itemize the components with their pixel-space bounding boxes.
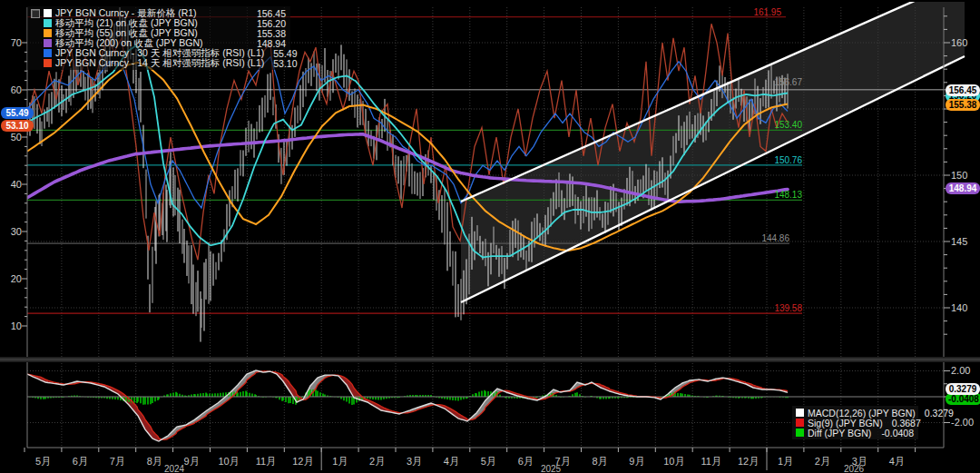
price-level-label: 139.58 <box>774 303 802 313</box>
price-value-badge: 148.94 <box>946 182 980 194</box>
series-swatch <box>44 19 52 27</box>
rsi-axis-tick-label: 40 <box>0 180 22 190</box>
macd-legend: MACD(12,26) (JPY BGN)0.3279Sig(9) (JPY B… <box>792 406 918 439</box>
price-level-label: 156.67 <box>774 77 802 87</box>
series-swatch <box>796 429 804 437</box>
time-axis-month-label: 1月 <box>332 455 348 468</box>
time-axis-month-label: 10月 <box>218 455 239 468</box>
time-axis-month-label: 12月 <box>292 455 313 468</box>
rsi-axis-tick-label: 60 <box>0 85 22 95</box>
price-value-badge: 155.38 <box>946 99 980 111</box>
rsi-value-badge: 55.49 <box>1 107 34 119</box>
legend-row[interactable]: MACD(12,26) (JPY BGN)0.3279 <box>796 408 914 418</box>
time-axis-year-label: 2024 <box>164 464 184 473</box>
series-swatch <box>44 59 52 67</box>
legend-row[interactable]: JPY BGN Curncy - 14 天 相对强弱指标 (RSI) (L1)5… <box>31 58 286 68</box>
rsi-axis-tick-label: 10 <box>0 321 22 331</box>
price-level-label: 148.13 <box>774 190 802 200</box>
price-level-label: 153.40 <box>774 120 802 130</box>
time-axis-month-label: 5月 <box>481 455 496 468</box>
price-value-badge: 156.45 <box>946 84 980 96</box>
series-swatch <box>44 39 52 47</box>
series-label: JPY BGN Curncy - 14 天 相对强弱指标 (RSI) (L1) <box>55 57 264 70</box>
price-axis-tick-label: 140 <box>951 303 967 313</box>
legend-collapse-icon[interactable] <box>31 9 40 18</box>
rsi-axis-tick-label: 30 <box>0 227 22 237</box>
time-axis-month-label: 8月 <box>592 455 607 468</box>
time-axis-year-label: 2025 <box>541 464 561 473</box>
series-swatch <box>44 29 52 37</box>
time-axis-month-label: 6月 <box>73 455 88 468</box>
time-axis-month-label: 5月 <box>35 455 51 468</box>
series-swatch <box>796 409 804 417</box>
panel-separator[interactable] <box>0 357 980 362</box>
time-axis-month-label: 11月 <box>701 455 720 468</box>
series-swatch <box>796 419 804 427</box>
rsi-value-badge: 53.10 <box>1 120 34 132</box>
bloomberg-chart-window: 161.95156.67153.40150.76148.13144.86139.… <box>0 0 980 473</box>
trend-channel <box>461 0 965 302</box>
series-swatch <box>44 49 52 57</box>
main-legend: JPY BGN Curncy - 最新价格 (R1)156.45移动平均 (21… <box>27 6 290 70</box>
price-level-label: 150.76 <box>774 155 802 165</box>
rsi-axis-tick-label: 70 <box>0 38 22 48</box>
series-value: 53.10 <box>264 58 297 69</box>
time-axis-month-label: 6月 <box>518 455 534 468</box>
time-axis-year-label: 2026 <box>844 464 864 473</box>
rsi-axis-tick-label: 50 <box>0 133 22 143</box>
time-axis-month-label: 10月 <box>663 455 684 468</box>
time-axis-month-label: 8月 <box>147 455 162 468</box>
price-level-label: 161.95 <box>753 7 781 17</box>
time-axis-month-label: 9月 <box>629 455 644 468</box>
price-level-label: 144.86 <box>761 233 789 243</box>
time-axis-month-label: 4月 <box>889 455 905 468</box>
macd-axis-tick-label: -2.00 <box>951 418 974 428</box>
time-axis-month-label: 9月 <box>184 455 200 468</box>
chart-canvas: 161.95156.67153.40150.76148.13144.86139.… <box>0 0 980 473</box>
series-label: Diff (JPY BGN) <box>808 428 871 439</box>
time-axis-month-label: 4月 <box>444 455 459 468</box>
macd-signal-line <box>27 371 788 439</box>
time-axis-month-label: 2月 <box>815 455 830 468</box>
legend-row[interactable]: Diff (JPY BGN)-0.0408 <box>796 428 914 438</box>
time-axis-month-label: 2月 <box>369 455 385 468</box>
series-swatch <box>44 9 52 17</box>
time-axis-month-label: 11月 <box>256 455 276 468</box>
time-axis-month-label: 1月 <box>778 455 793 468</box>
time-axis-month-label: 3月 <box>407 455 422 468</box>
rsi-axis-tick-label: 20 <box>0 274 22 284</box>
macd-axis-tick-label: 2.00 <box>951 366 970 376</box>
series-value: 0.3279 <box>916 408 954 419</box>
legend-row[interactable]: Sig(9) (JPY BGN)0.3687 <box>796 418 914 428</box>
time-axis-month-label: 7月 <box>110 455 125 468</box>
macd-line <box>27 370 788 441</box>
price-axis-tick-label: 145 <box>951 237 967 247</box>
time-axis-month-label: 12月 <box>738 455 759 468</box>
series-value: -0.0408 <box>872 428 914 439</box>
price-axis-tick-label: 160 <box>951 38 967 48</box>
price-axis-tick-label: 150 <box>951 171 967 181</box>
price-value-badge: 0.3279 <box>946 383 980 395</box>
